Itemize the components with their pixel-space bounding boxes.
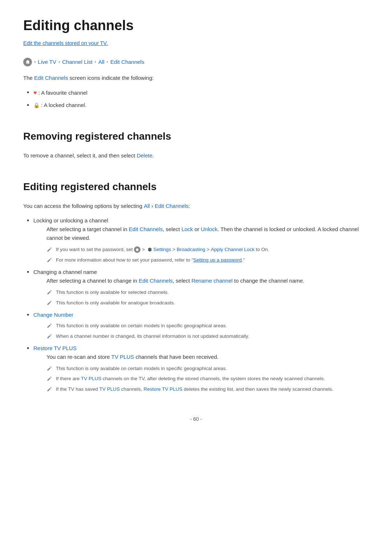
- locked-channel-text: : A locked channel.: [41, 102, 86, 108]
- lock-icon: 🔒: [33, 102, 40, 108]
- lock-link[interactable]: Lock: [181, 226, 193, 232]
- section2-all-link[interactable]: All: [144, 203, 150, 209]
- section1-body-start: To remove a channel, select it, and then…: [23, 152, 137, 159]
- rename-edit-channels-link[interactable]: Edit Channels: [139, 278, 172, 284]
- intro-suffix: screen icons indicate the following:: [68, 75, 154, 81]
- note-rename-1: This function is only available for sele…: [46, 289, 369, 296]
- pencil-icon-9: [46, 386, 52, 392]
- breadcrumb: › Live TV › Channel List › All › Edit Ch…: [23, 58, 369, 66]
- pencil-icon-1: [46, 247, 52, 253]
- section2-intro-start: You can access the following options by …: [23, 203, 144, 209]
- breadcrumb-sep-4: ›: [107, 58, 108, 66]
- section2-items-list: Locking or unlocking a channel After sel…: [23, 216, 369, 393]
- tvplus-link-note2[interactable]: TV PLUS: [81, 376, 101, 381]
- restore-tvplus-link[interactable]: Restore TV PLUS: [33, 345, 77, 351]
- breadcrumb-live-tv[interactable]: Live TV: [38, 58, 56, 66]
- item-locking: Locking or unlocking a channel After sel…: [33, 216, 369, 264]
- item-rename-body: After selecting a channel to change in E…: [46, 276, 369, 285]
- section2-title: Editing registered channels: [23, 179, 369, 195]
- note-change-number-1-text: This function is only available on certa…: [56, 322, 227, 330]
- broadcasting-link[interactable]: Broadcasting: [177, 247, 205, 252]
- unlock-link[interactable]: Unlock: [201, 226, 217, 232]
- breadcrumb-sep-2: ›: [58, 58, 60, 66]
- apply-channel-lock-link[interactable]: Apply Channel Lock: [211, 247, 254, 252]
- breadcrumb-edit-channels[interactable]: Edit Channels: [110, 58, 144, 66]
- note-change-number-2-text: When a channel number is changed, its ch…: [56, 333, 249, 340]
- settings-gear-icon: [146, 247, 152, 253]
- note-restore-3: If the TV has saved TV PLUS channels, Re…: [46, 386, 369, 393]
- icons-list: ♥ : A favourite channel 🔒 : A locked cha…: [23, 88, 369, 110]
- note-restore-1-text: This function is only available on certa…: [56, 365, 227, 373]
- note-rename-1-text: This function is only available for sele…: [56, 289, 169, 296]
- delete-link[interactable]: Delete: [137, 152, 152, 159]
- item-locking-body: After selecting a target channel in Edit…: [46, 225, 369, 242]
- item-rename: Changing a channel name After selecting …: [33, 268, 369, 307]
- intro-link[interactable]: Edit Channels: [34, 75, 68, 81]
- note-password-set: If you want to set the password, set > S…: [46, 246, 369, 254]
- note-restore-2-text: If there are TV PLUS channels on the TV,…: [56, 375, 325, 383]
- restore-tvplus-link-note3[interactable]: Restore TV PLUS: [143, 386, 182, 392]
- note-rename-2: This function is only available for anal…: [46, 299, 369, 307]
- pencil-icon-3: [46, 290, 52, 295]
- note-restore-2: If there are TV PLUS channels on the TV,…: [46, 375, 369, 383]
- pencil-icon-2: [46, 257, 52, 263]
- item-rename-label: Changing a channel name: [33, 269, 97, 275]
- note-rename-2-text: This function is only available for anal…: [56, 299, 175, 307]
- section2-edit-channels-link[interactable]: Edit Channels: [155, 203, 188, 209]
- note-password-info: For more information about how to set yo…: [46, 257, 369, 264]
- breadcrumb-channel-list[interactable]: Channel List: [62, 58, 92, 66]
- section1-title: Removing registered channels: [23, 128, 369, 145]
- section1-body: To remove a channel, select it, and then…: [23, 151, 369, 160]
- section2-intro: You can access the following options by …: [23, 202, 369, 210]
- page-title: Editing channels: [23, 17, 369, 34]
- intro-paragraph: The Edit Channels screen icons indicate …: [23, 74, 369, 82]
- note-password-info-text: For more information about how to set yo…: [56, 257, 245, 264]
- pencil-icon-7: [46, 366, 52, 372]
- heart-icon: ♥: [33, 90, 37, 96]
- locking-edit-channels-link[interactable]: Edit Channels: [129, 226, 163, 232]
- item-restore-body: You can re-scan and store TV PLUS channe…: [46, 353, 369, 361]
- section1-body-end: .: [152, 152, 154, 159]
- item-restore-tvplus: Restore TV PLUS You can re-scan and stor…: [33, 344, 369, 394]
- home-icon-inline: [134, 246, 140, 253]
- section2-intro-end: :: [189, 203, 190, 209]
- breadcrumb-sep-3: ›: [95, 58, 96, 66]
- note-password-set-text: If you want to set the password, set > S…: [56, 246, 269, 254]
- pencil-icon-6: [46, 333, 52, 339]
- note-change-number-2: When a channel number is changed, its ch…: [46, 333, 369, 340]
- section2-intro-sep: ›: [150, 203, 155, 209]
- intro-text: The: [23, 75, 34, 81]
- favourite-channel-text: : A favourite channel: [38, 90, 87, 96]
- pencil-icon-4: [46, 300, 52, 306]
- rename-channel-link[interactable]: Rename channel: [191, 278, 232, 284]
- tvplus-link-note3[interactable]: TV PLUS: [99, 386, 120, 392]
- tvplus-link-body[interactable]: TV PLUS: [111, 354, 134, 360]
- settings-link[interactable]: Settings: [154, 247, 171, 252]
- change-number-link[interactable]: Change Number: [33, 312, 73, 318]
- setting-up-password-link[interactable]: Setting up a password: [193, 257, 242, 263]
- pencil-icon-8: [46, 376, 52, 382]
- page-number: - 60 -: [23, 415, 369, 423]
- note-restore-3-text: If the TV has saved TV PLUS channels, Re…: [56, 386, 333, 393]
- home-icon: [23, 58, 32, 66]
- note-restore-1: This function is only available on certa…: [46, 365, 369, 373]
- subtitle: Edit the channels stored on your TV.: [23, 39, 369, 48]
- pencil-icon-5: [46, 323, 52, 329]
- breadcrumb-all[interactable]: All: [98, 58, 105, 66]
- locked-channel-item: 🔒 : A locked channel.: [33, 101, 369, 110]
- favourite-channel-item: ♥ : A favourite channel: [33, 88, 369, 98]
- note-change-number-1: This function is only available on certa…: [46, 322, 369, 330]
- item-locking-label: Locking or unlocking a channel: [33, 217, 108, 223]
- breadcrumb-sep-1: ›: [34, 58, 36, 66]
- item-change-number: Change Number This function is only avai…: [33, 311, 369, 340]
